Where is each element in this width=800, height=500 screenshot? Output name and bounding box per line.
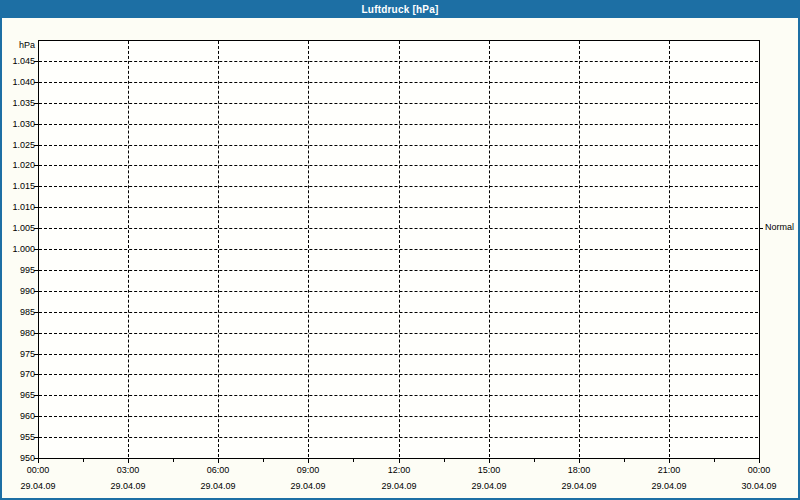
normal-marker-label: Normal [765, 222, 794, 233]
x-tick-date-label: 29.04.09 [454, 481, 524, 492]
y-tick-label: 1.045 [0, 56, 35, 66]
y-tick-label: 1.020 [0, 160, 35, 170]
x-tick-date-label: 29.04.09 [3, 481, 73, 492]
y-tick-label: 1.010 [0, 202, 35, 212]
normal-marker-tick [759, 228, 763, 229]
y-tick-label: 990 [0, 286, 35, 296]
x-tick-time-label: 09:00 [278, 465, 338, 476]
y-tick-label: 1.025 [0, 140, 35, 150]
y-tick-label: 950 [0, 453, 35, 463]
weather-chart-window: Luftdruck [hPa] hPa1.0451.0401.0351.0301… [0, 0, 800, 500]
pressure-chart: hPa1.0451.0401.0351.0301.0251.0201.0151.… [0, 0, 800, 500]
y-axis-unit-label: hPa [0, 40, 35, 51]
x-tick-time-label: 03:00 [98, 465, 158, 476]
x-axis-major-tick [308, 458, 309, 463]
x-axis-major-tick [669, 458, 670, 463]
y-tick-label: 955 [0, 432, 35, 442]
x-tick-date-label: 29.04.09 [634, 481, 704, 492]
x-axis-major-tick [579, 458, 580, 463]
x-tick-date-label: 29.04.09 [273, 481, 343, 492]
x-gridline [579, 41, 580, 457]
x-axis-minor-tick [353, 458, 354, 462]
x-axis-minor-tick [173, 458, 174, 462]
x-axis-major-tick [399, 458, 400, 463]
x-gridline [218, 41, 219, 457]
x-gridline [399, 41, 400, 457]
y-tick-label: 995 [0, 265, 35, 275]
y-tick-label: 960 [0, 411, 35, 421]
x-tick-time-label: 00:00 [729, 465, 789, 476]
x-axis-minor-tick [714, 458, 715, 462]
x-gridline [669, 41, 670, 457]
x-tick-date-label: 29.04.09 [93, 481, 163, 492]
x-tick-date-label: 29.04.09 [364, 481, 434, 492]
y-tick-label: 1.030 [0, 119, 35, 129]
x-gridline [128, 41, 129, 457]
x-gridline [489, 41, 490, 457]
x-tick-time-label: 00:00 [8, 465, 68, 476]
y-tick-label: 975 [0, 349, 35, 359]
x-tick-time-label: 21:00 [639, 465, 699, 476]
y-tick-label: 985 [0, 307, 35, 317]
x-tick-date-label: 29.04.09 [183, 481, 253, 492]
x-axis-minor-tick [263, 458, 264, 462]
x-tick-time-label: 18:00 [549, 465, 609, 476]
y-tick-label: 980 [0, 328, 35, 338]
x-axis-minor-tick [444, 458, 445, 462]
x-axis-minor-tick [534, 458, 535, 462]
x-axis-minor-tick [83, 458, 84, 462]
y-tick-label: 1.005 [0, 223, 35, 233]
y-tick-label: 965 [0, 390, 35, 400]
x-tick-date-label: 30.04.09 [724, 481, 794, 492]
x-tick-time-label: 12:00 [369, 465, 429, 476]
x-axis-major-tick [489, 458, 490, 463]
y-tick-label: 1.040 [0, 77, 35, 87]
x-tick-time-label: 15:00 [459, 465, 519, 476]
y-tick-label: 970 [0, 369, 35, 379]
y-tick-label: 1.000 [0, 244, 35, 254]
x-gridline [308, 41, 309, 457]
x-axis-minor-tick [624, 458, 625, 462]
x-axis-major-tick [218, 458, 219, 463]
x-tick-time-label: 06:00 [188, 465, 248, 476]
x-tick-date-label: 29.04.09 [544, 481, 614, 492]
x-axis-major-tick [759, 458, 760, 463]
x-axis-major-tick [38, 458, 39, 463]
y-tick-label: 1.015 [0, 181, 35, 191]
y-tick-label: 1.035 [0, 98, 35, 108]
x-axis-major-tick [128, 458, 129, 463]
